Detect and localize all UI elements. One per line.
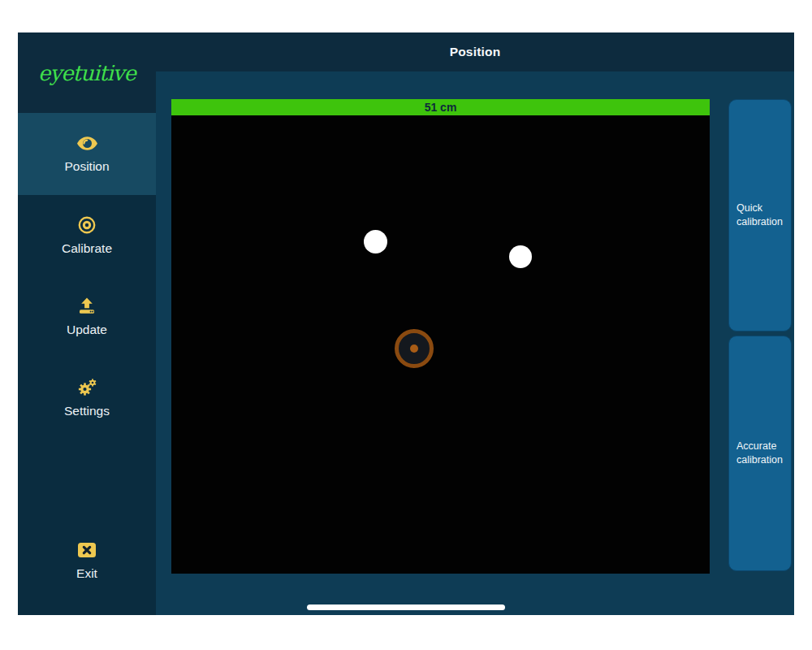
home-indicator[interactable] [307,604,505,610]
quick-calibration-label: Quick calibration [736,202,788,230]
gears-icon [77,379,97,396]
app-window: Position eyetuitive Position [18,32,794,615]
eye-icon [76,134,98,152]
sidebar-item-label: Update [67,323,107,337]
sidebar-item-position[interactable]: Position [18,113,156,195]
upload-icon [78,297,96,315]
logo-text: eyetuitive [38,61,136,85]
sidebar-item-label: Position [64,159,109,174]
camera-canvas [171,115,710,574]
eye-dot-right [509,245,532,268]
sidebar: eyetuitive Position Calibrate [18,32,156,615]
sidebar-item-label: Calibrate [62,241,112,256]
sidebar-item-label: Exit [76,566,97,581]
distance-label: 51 cm [425,101,457,114]
distance-bar: 51 cm [171,99,710,115]
target-icon [78,216,96,234]
sidebar-item-label: Settings [64,404,110,418]
gaze-marker [395,329,434,368]
exit-square-icon [77,541,97,559]
eye-dot-left [364,230,387,254]
sidebar-item-calibrate[interactable]: Calibrate [18,195,156,276]
camera-stage: 51 cm [171,99,710,574]
accurate-calibration-button[interactable]: Accurate calibration [728,336,792,571]
sidebar-item-settings[interactable]: Settings [18,358,156,439]
sidebar-item-exit[interactable]: Exit [18,520,156,601]
accurate-calibration-label: Accurate calibration [736,440,788,468]
logo: eyetuitive [18,32,156,113]
sidebar-item-update[interactable]: Update [18,276,156,358]
page-title: Position [156,32,794,72]
quick-calibration-button[interactable]: Quick calibration [728,99,792,332]
gaze-dot [410,344,418,353]
